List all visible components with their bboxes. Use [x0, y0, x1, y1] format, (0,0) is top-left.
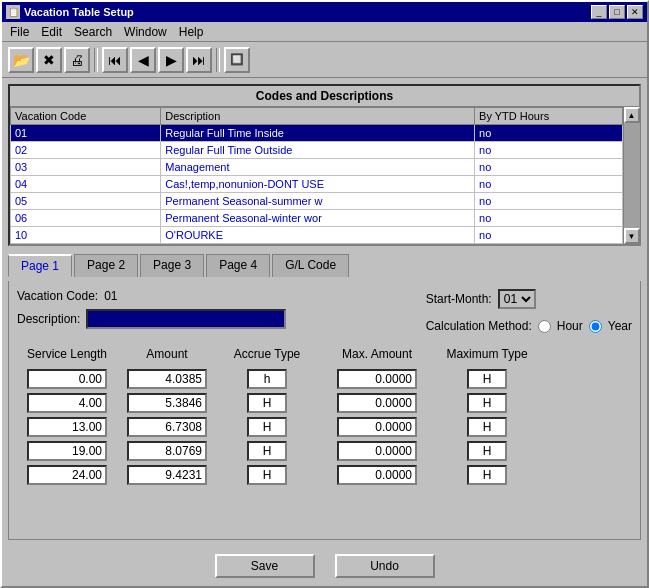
scroll-track[interactable]: [624, 123, 640, 228]
col-header-code: Vacation Code: [11, 108, 161, 125]
table-row[interactable]: 01 Regular Full Time Inside no: [11, 125, 623, 142]
service-input-1-2[interactable]: [247, 393, 287, 413]
start-month-select[interactable]: 010203040506070809101112: [498, 289, 536, 309]
app-icon: 📋: [6, 5, 20, 19]
codes-table: Vacation Code Description By YTD Hours 0…: [10, 107, 623, 244]
tab-page4[interactable]: Page 4: [206, 254, 270, 277]
close-button[interactable]: ✕: [627, 5, 643, 19]
tabs-row: Page 1 Page 2 Page 3 Page 4 G/L Code: [8, 254, 641, 277]
row-description: Permanent Seasonal-winter wor: [161, 210, 475, 227]
maximize-button[interactable]: □: [609, 5, 625, 19]
tab-content: Vacation Code: 01 Description: Start-Mon…: [8, 281, 641, 540]
row-description: Regular Full Time Outside: [161, 142, 475, 159]
stop-btn[interactable]: 🔲: [224, 47, 250, 73]
service-input-3-3[interactable]: [337, 441, 417, 461]
calc-method-hour-radio[interactable]: [538, 320, 551, 333]
bottom-buttons: Save Undo: [2, 546, 647, 586]
service-input-0-0[interactable]: [27, 369, 107, 389]
service-input-2-3[interactable]: [337, 417, 417, 437]
undo-button[interactable]: Undo: [335, 554, 435, 578]
service-input-0-3[interactable]: [337, 369, 417, 389]
service-input-4-2[interactable]: [247, 465, 287, 485]
description-label: Description:: [17, 312, 80, 326]
tab-page1[interactable]: Page 1: [8, 254, 72, 277]
open-folder-btn[interactable]: 📂: [8, 47, 34, 73]
table-row[interactable]: 03 Management no: [11, 159, 623, 176]
service-input-0-4[interactable]: [467, 369, 507, 389]
service-input-0-1[interactable]: [127, 369, 207, 389]
row-code: 03: [11, 159, 161, 176]
service-input-4-3[interactable]: [337, 465, 417, 485]
service-input-2-2[interactable]: [247, 417, 287, 437]
start-month-row: Start-Month: 010203040506070809101112: [426, 289, 632, 309]
service-input-3-2[interactable]: [247, 441, 287, 461]
service-input-2-4[interactable]: [467, 417, 507, 437]
menu-bar: File Edit Search Window Help: [2, 22, 647, 42]
service-cell: [437, 463, 537, 487]
row-code: 01: [11, 125, 161, 142]
service-input-2-0[interactable]: [27, 417, 107, 437]
tab-page3[interactable]: Page 3: [140, 254, 204, 277]
minimize-button[interactable]: _: [591, 5, 607, 19]
menu-file[interactable]: File: [4, 23, 35, 41]
service-input-3-0[interactable]: [27, 441, 107, 461]
grid-wrapper: Vacation Code Description By YTD Hours 0…: [10, 107, 639, 244]
service-input-1-0[interactable]: [27, 393, 107, 413]
row-code: 02: [11, 142, 161, 159]
col-header-description: Description: [161, 108, 475, 125]
description-input[interactable]: [86, 309, 286, 329]
service-input-3-1[interactable]: [127, 441, 207, 461]
calc-method-label: Calculation Method:: [426, 319, 532, 333]
grid-scrollbar[interactable]: ▲ ▼: [623, 107, 639, 244]
service-cell: [437, 367, 537, 391]
calc-method-row: Calculation Method: Hour Year: [426, 319, 632, 333]
row-description: Regular Full Time Inside: [161, 125, 475, 142]
table-row[interactable]: 10 O'ROURKE no: [11, 227, 623, 244]
table-row[interactable]: 02 Regular Full Time Outside no: [11, 142, 623, 159]
table-row[interactable]: 06 Permanent Seasonal-winter wor no: [11, 210, 623, 227]
save-button[interactable]: Save: [215, 554, 315, 578]
tab-page2[interactable]: Page 2: [74, 254, 138, 277]
service-cell: [17, 391, 117, 415]
amount-col-header: Amount: [117, 345, 217, 363]
row-ytd: no: [475, 227, 623, 244]
service-input-3-4[interactable]: [467, 441, 507, 461]
service-cell: [117, 463, 217, 487]
last-btn[interactable]: ⏭: [186, 47, 212, 73]
row-ytd: no: [475, 142, 623, 159]
service-input-1-3[interactable]: [337, 393, 417, 413]
print-btn[interactable]: 🖨: [64, 47, 90, 73]
menu-edit[interactable]: Edit: [35, 23, 68, 41]
calc-method-year-label: Year: [608, 319, 632, 333]
next-btn[interactable]: ▶: [158, 47, 184, 73]
table-row[interactable]: 04 Cas!,temp,nonunion-DONT USE no: [11, 176, 623, 193]
service-cell: [217, 463, 317, 487]
grid-table-wrap: Vacation Code Description By YTD Hours 0…: [10, 107, 623, 244]
service-input-2-1[interactable]: [127, 417, 207, 437]
service-input-4-1[interactable]: [127, 465, 207, 485]
service-input-4-4[interactable]: [467, 465, 507, 485]
first-btn[interactable]: ⏮: [102, 47, 128, 73]
scroll-down-btn[interactable]: ▼: [624, 228, 640, 244]
service-cell: [217, 415, 317, 439]
service-cell: [317, 367, 437, 391]
menu-window[interactable]: Window: [118, 23, 173, 41]
tab-glcode[interactable]: G/L Code: [272, 254, 349, 277]
close-btn[interactable]: ✖: [36, 47, 62, 73]
table-row[interactable]: 05 Permanent Seasonal-summer w no: [11, 193, 623, 210]
grid-section: Codes and Descriptions Vacation Code Des…: [8, 84, 641, 246]
prev-btn[interactable]: ◀: [130, 47, 156, 73]
row-ytd: no: [475, 159, 623, 176]
vacation-code-value: 01: [104, 289, 117, 303]
menu-search[interactable]: Search: [68, 23, 118, 41]
service-input-1-1[interactable]: [127, 393, 207, 413]
maxtype-col-header: Maximum Type: [437, 345, 537, 363]
service-input-1-4[interactable]: [467, 393, 507, 413]
accrue-col-header: Accrue Type: [217, 345, 317, 363]
service-input-0-2[interactable]: [247, 369, 287, 389]
calc-method-year-radio[interactable]: [589, 320, 602, 333]
menu-help[interactable]: Help: [173, 23, 210, 41]
row-description: Permanent Seasonal-summer w: [161, 193, 475, 210]
scroll-up-btn[interactable]: ▲: [624, 107, 640, 123]
service-input-4-0[interactable]: [27, 465, 107, 485]
